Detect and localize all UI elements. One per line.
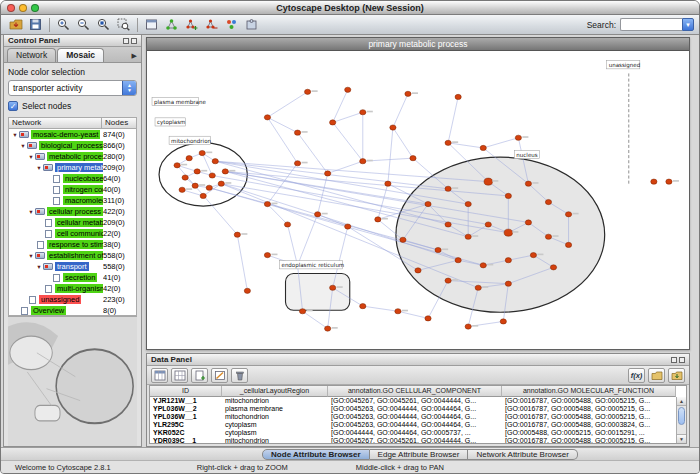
network-node[interactable] — [284, 222, 290, 227]
column-header[interactable]: annotation.GO MOLECULAR_FUNCTION — [502, 386, 676, 397]
network-canvas[interactable]: plasma membranecytoplasmmitochondrionnuc… — [147, 51, 689, 349]
network-node[interactable] — [345, 87, 351, 92]
network-node[interactable] — [545, 199, 551, 204]
unselect-attributes-icon[interactable] — [171, 368, 188, 383]
network-node[interactable] — [445, 140, 451, 145]
tree-expander-icon[interactable]: ▼ — [35, 165, 43, 171]
table-row[interactable]: YDR039C__1mitochondrion[GO:0045267, GO:0… — [150, 437, 676, 443]
minimize-button[interactable] — [19, 4, 27, 12]
network-node[interactable] — [666, 179, 672, 184]
tree-row[interactable]: ▼biological_process866(0) — [9, 140, 136, 151]
tree-row[interactable]: cellular metabo209(0) — [9, 217, 136, 228]
network-remove-icon[interactable] — [202, 16, 221, 33]
network-node[interactable] — [550, 265, 556, 270]
network-node[interactable] — [400, 237, 406, 242]
table-row[interactable]: YLR295Ccytoplasm[GO:0045263, GO:0044444,… — [150, 421, 676, 429]
network-node[interactable] — [174, 163, 180, 168]
network-node[interactable] — [500, 319, 506, 324]
network-view-title[interactable]: primary metabolic process — [147, 38, 689, 51]
overview-window-icon[interactable] — [142, 16, 161, 33]
network-node[interactable] — [182, 175, 188, 180]
close-panel-icon[interactable] — [131, 38, 137, 44]
tree-row[interactable]: cell communica22(0) — [9, 228, 136, 239]
vizmapper-icon[interactable] — [222, 16, 241, 33]
network-node[interactable] — [345, 224, 351, 229]
tree-expander-icon[interactable]: ▼ — [11, 132, 19, 138]
tree-row[interactable]: ▼cellular process422(0) — [9, 206, 136, 217]
tree-row[interactable]: macromolecule311(0) — [9, 195, 136, 206]
column-header[interactable]: annotation.GO CELLULAR_COMPONENT — [328, 386, 502, 397]
open-attribute-file-icon[interactable] — [668, 368, 685, 383]
network-node[interactable] — [375, 217, 381, 222]
network-node[interactable] — [505, 258, 511, 263]
network-node[interactable] — [405, 91, 411, 96]
network-node[interactable] — [244, 288, 250, 293]
edit-attribute-icon[interactable] — [211, 368, 228, 383]
network-node[interactable] — [360, 159, 366, 164]
network-node[interactable] — [651, 179, 657, 184]
tab-node-attribute-browser[interactable]: Node Attribute Browser — [262, 449, 370, 460]
close-panel-icon[interactable] — [679, 357, 685, 363]
search-dropdown-arrow-icon[interactable]: ▼ — [682, 18, 694, 31]
network-node[interactable] — [525, 181, 531, 186]
tree-expander-icon[interactable]: ▼ — [35, 264, 43, 270]
network-node[interactable] — [505, 193, 511, 198]
zoom-in-icon[interactable] — [54, 16, 73, 33]
network-node[interactable] — [199, 150, 205, 155]
network-node[interactable] — [330, 120, 336, 125]
tree-row[interactable]: secretion41(0) — [9, 272, 136, 283]
network-node[interactable] — [294, 130, 300, 135]
table-row[interactable]: YKR052Ccytoplasm[GO:0044444, GO:0044464,… — [150, 429, 676, 437]
new-attribute-icon[interactable] — [191, 368, 208, 383]
scrollbar-thumb[interactable] — [678, 407, 685, 425]
network-node[interactable] — [209, 173, 215, 178]
scroll-down-icon[interactable]: ▼ — [677, 434, 686, 443]
network-green-icon[interactable] — [162, 16, 181, 33]
zoom-out-icon[interactable] — [74, 16, 93, 33]
table-row[interactable]: YJR121W__1mitochondrion[GO:0045267, GO:0… — [150, 397, 676, 405]
network-node[interactable] — [315, 212, 321, 217]
table-row[interactable]: YPL036W__1mitochondrion[GO:0045263, GO:0… — [150, 413, 676, 421]
tree-row[interactable]: response to stimul38(0) — [9, 239, 136, 250]
network-node[interactable] — [465, 324, 471, 329]
network-node[interactable] — [475, 285, 481, 290]
select-attributes-icon[interactable] — [151, 368, 168, 383]
network-node[interactable] — [465, 234, 471, 239]
tab-overflow-arrow-icon[interactable]: ▶ — [132, 52, 139, 62]
network-node[interactable] — [218, 181, 224, 186]
delete-attribute-icon[interactable] — [231, 368, 248, 383]
network-add-icon[interactable] — [182, 16, 201, 33]
network-node[interactable] — [360, 110, 366, 115]
network-node[interactable] — [565, 212, 571, 217]
zoom-selected-region-icon[interactable] — [114, 16, 133, 33]
network-node[interactable] — [222, 169, 228, 174]
column-header[interactable]: ID — [150, 386, 222, 397]
tree-row[interactable]: nitrogen compo40(0) — [9, 184, 136, 195]
network-node[interactable] — [480, 263, 486, 268]
tree-row[interactable]: nucleobase64(0) — [9, 173, 136, 184]
maximize-button[interactable] — [31, 4, 39, 12]
network-node[interactable] — [425, 316, 431, 321]
float-panel-icon[interactable] — [671, 357, 677, 363]
tree-row[interactable]: ▼primary metab209(0) — [9, 162, 136, 173]
tree-row[interactable]: ▼metabolic process280(0) — [9, 151, 136, 162]
tree-expander-icon[interactable]: ▼ — [27, 209, 35, 215]
tree-expander-icon[interactable]: ▼ — [27, 154, 35, 160]
network-node[interactable] — [360, 304, 366, 309]
tree-column-nodes[interactable]: Nodes — [101, 117, 137, 129]
network-node[interactable] — [299, 309, 305, 314]
network-node[interactable] — [530, 253, 536, 258]
network-node[interactable] — [385, 181, 391, 186]
network-node[interactable] — [200, 193, 206, 198]
search-input[interactable] — [620, 18, 682, 31]
table-scrollbar[interactable]: ▲ ▼ — [676, 397, 686, 443]
tree-row[interactable]: ▼transport558(0) — [9, 261, 136, 272]
network-node[interactable] — [565, 242, 571, 247]
tree-row[interactable]: Overview8(0) — [9, 305, 136, 316]
tab-network-attribute-browser[interactable]: Network Attribute Browser — [468, 449, 577, 460]
network-node[interactable] — [330, 285, 336, 290]
network-node[interactable] — [485, 222, 491, 227]
import-network-icon[interactable] — [6, 16, 25, 33]
network-node[interactable] — [515, 135, 521, 140]
network-node[interactable] — [264, 201, 270, 206]
